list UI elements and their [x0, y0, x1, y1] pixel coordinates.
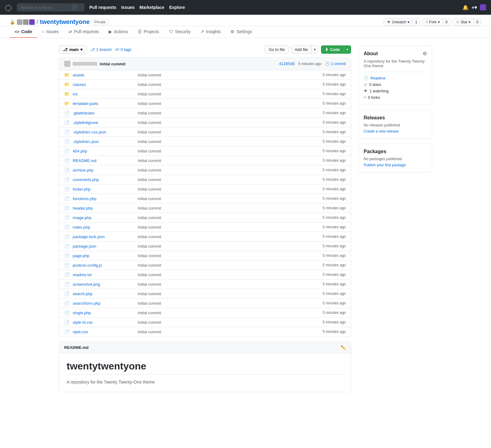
file-name-link[interactable]: header.php — [73, 206, 134, 210]
packages-none-text: No packages published — [364, 157, 427, 161]
commit-row: Initial commit 41285dd 5 minutes ago 🕐 1… — [59, 58, 351, 70]
commit-history-link[interactable]: 🕐 1 commit — [325, 62, 346, 66]
tab-security[interactable]: 🛡 Security — [164, 26, 196, 38]
star-button[interactable]: ☆ Star ▾ — [453, 19, 474, 25]
file-name-link[interactable]: style-rtl.css — [73, 320, 134, 325]
unwatch-button[interactable]: 👁 Unwatch ▾ — [384, 19, 413, 25]
fork-chevron: ▾ — [438, 20, 440, 24]
fork-count[interactable]: 0 — [443, 19, 450, 25]
file-commit-message: Initial commit — [138, 320, 319, 325]
commit-hash-link[interactable]: 41285dd — [279, 62, 295, 66]
packages-section: Packages No packages published Publish y… — [358, 144, 432, 172]
file-name-link[interactable]: package.json — [73, 244, 134, 249]
file-name-link[interactable]: inc — [73, 92, 134, 96]
repo-separator: / — [37, 19, 38, 25]
readme-edit-icon[interactable]: ✏️ — [341, 345, 346, 350]
avatar[interactable] — [480, 4, 486, 10]
repo-name-link[interactable]: twentytwentyone — [40, 18, 90, 25]
file-name-link[interactable]: searchform.php — [73, 301, 134, 306]
tab-actions[interactable]: ▶ Actions — [104, 26, 133, 38]
file-name-link[interactable]: .gitattributes — [73, 111, 134, 115]
branch-count-link[interactable]: ⎇ 1 branch — [90, 47, 112, 52]
unwatch-count[interactable]: 1 — [413, 19, 420, 25]
file-commit-time: 5 minutes ago — [323, 101, 346, 106]
fork-btn-group: ⑂ Fork ▾ 0 — [423, 18, 450, 26]
commit-time: 5 minutes ago — [298, 62, 321, 66]
file-name-link[interactable]: page.php — [73, 253, 134, 258]
security-icon: 🛡 — [169, 29, 173, 34]
branch-fork-icon: ⎇ — [90, 47, 95, 52]
file-name-link[interactable]: readme.txt — [73, 272, 134, 277]
file-icon: 📄 — [64, 320, 69, 325]
file-name-link[interactable]: footer.php — [73, 187, 134, 191]
file-row: 📄single.phpInitial commit5 minutes ago — [59, 308, 351, 318]
file-name-link[interactable]: .stylelintrc-css.json — [73, 130, 134, 134]
file-name-link[interactable]: assets — [73, 73, 134, 77]
file-commit-time: 5 minutes ago — [323, 292, 346, 296]
tab-pull-requests[interactable]: ⇄ Pull requests — [64, 26, 104, 38]
plus-icon[interactable]: +▾ — [472, 5, 477, 10]
file-commit-message: Initial commit — [138, 330, 319, 334]
file-name-link[interactable]: image.php — [73, 215, 134, 220]
pull-requests-link[interactable]: Pull requests — [89, 5, 116, 10]
explore-link[interactable]: Explore — [169, 5, 185, 10]
commit-message-link[interactable]: Initial commit — [100, 62, 126, 66]
file-name-link[interactable]: screenshot.png — [73, 282, 134, 287]
about-stat-readme[interactable]: 📄 Readme — [364, 76, 427, 80]
fork-button[interactable]: ⑂ Fork ▾ — [423, 19, 443, 25]
file-commit-time: 5 minutes ago — [323, 263, 346, 267]
issues-link[interactable]: Issues — [121, 5, 135, 10]
marketplace-link[interactable]: Marketplace — [140, 5, 164, 10]
folder-icon: 📁 — [64, 82, 69, 87]
file-commit-time: 5 minutes ago — [323, 311, 346, 315]
tab-insights[interactable]: ↗ Insights — [195, 26, 226, 38]
file-commit-time: 5 minutes ago — [323, 187, 346, 191]
file-name-link[interactable]: single.php — [73, 311, 134, 315]
tab-projects[interactable]: ☰ Projects — [133, 26, 164, 38]
star-icon: ☆ — [456, 20, 459, 24]
branch-selector-button[interactable]: ⎇ main ▾ — [59, 45, 87, 54]
search-box[interactable]: / — [17, 3, 84, 11]
file-name-link[interactable]: comments.php — [73, 177, 134, 182]
file-name-link[interactable]: 404.php — [73, 149, 134, 153]
branch-icon: ⎇ — [63, 47, 68, 52]
insights-icon: ↗ — [200, 29, 204, 34]
file-name-link[interactable]: archive.php — [73, 168, 134, 172]
branch-chevron-icon: ▾ — [80, 47, 83, 52]
file-name-link[interactable]: search.php — [73, 292, 134, 296]
file-commit-message: Initial commit — [138, 253, 319, 258]
file-name-link[interactable]: style.css — [73, 330, 134, 334]
search-input[interactable] — [20, 5, 69, 10]
code-btn-dropdown[interactable]: ▾ — [344, 46, 351, 53]
file-name-link[interactable]: functions.php — [73, 196, 134, 201]
tab-issues[interactable]: ○ Issues — [37, 26, 64, 38]
add-file-button[interactable]: Add file — [292, 46, 311, 53]
github-logo-icon[interactable]: ◌ — [5, 3, 12, 12]
go-to-file-button[interactable]: Go to file — [265, 45, 289, 54]
bell-icon[interactable]: 🔔 — [462, 5, 469, 10]
file-name-link[interactable]: .stylelintignore — [73, 120, 134, 125]
publish-package-link[interactable]: Publish your first package — [364, 163, 406, 167]
file-name-link[interactable]: README.md — [73, 158, 134, 163]
about-gear-icon[interactable]: ⚙ — [423, 51, 427, 56]
file-commit-time: 5 minutes ago — [323, 92, 346, 96]
file-name-link[interactable]: .stylelintrc.json — [73, 139, 134, 144]
file-name-link[interactable]: template-parts — [73, 101, 134, 106]
file-commit-message: Initial commit — [138, 92, 319, 96]
tab-settings[interactable]: ⚙ Settings — [226, 26, 257, 38]
code-dropdown-icon: ⬇ — [325, 47, 328, 52]
tab-pr-label: Pull requests — [74, 29, 99, 34]
about-divider — [364, 72, 427, 72]
tag-count-link[interactable]: 🏷 0 tags — [115, 47, 131, 52]
add-file-dropdown[interactable]: ▾ — [311, 46, 318, 53]
tab-code[interactable]: <> Code — [10, 26, 37, 38]
readme-header: README.md ✏️ — [59, 342, 351, 353]
unwatch-btn-group: 👁 Unwatch ▾ 1 — [384, 18, 420, 26]
star-count[interactable]: 0 — [474, 19, 481, 25]
file-name-link[interactable]: package-lock.json — [73, 234, 134, 239]
create-release-link[interactable]: Create a new release — [364, 129, 399, 133]
file-name-link[interactable]: postcss.config.js — [73, 263, 134, 268]
file-name-link[interactable]: classes — [73, 82, 134, 87]
code-button[interactable]: ⬇ Code — [321, 46, 344, 53]
file-name-link[interactable]: index.php — [73, 225, 134, 230]
